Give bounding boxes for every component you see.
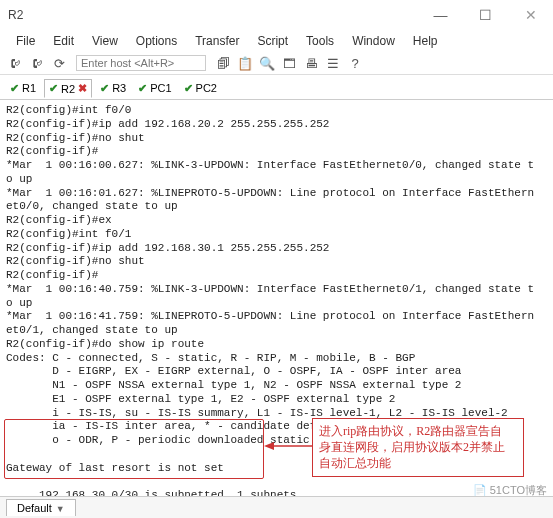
check-icon: ✔ bbox=[10, 82, 19, 95]
menu-view[interactable]: View bbox=[84, 32, 126, 50]
title-bar: R2 — ☐ ✕ bbox=[0, 0, 553, 30]
menu-bar: File Edit View Options Transfer Script T… bbox=[0, 30, 553, 52]
toolbar: 🕼 🕼 ⟳ 🗐 📋 🔍 🗔 🖶 ☰ ? bbox=[0, 52, 553, 75]
help-icon[interactable]: ? bbox=[346, 54, 364, 72]
close-tab-icon[interactable]: ✖ bbox=[78, 82, 87, 95]
close-button[interactable]: ✕ bbox=[508, 0, 553, 30]
tab-r3[interactable]: ✔R3 bbox=[96, 80, 130, 97]
tab-pc1[interactable]: ✔PC1 bbox=[134, 80, 175, 97]
settings-icon[interactable]: ☰ bbox=[324, 54, 342, 72]
connect-icon[interactable]: 🕼 bbox=[6, 54, 24, 72]
bottom-tab-default[interactable]: Default▼ bbox=[6, 499, 76, 516]
check-icon: ✔ bbox=[49, 82, 58, 95]
tab-label: PC2 bbox=[196, 82, 217, 94]
check-icon: ✔ bbox=[138, 82, 147, 95]
tab-label: R2 bbox=[61, 83, 75, 95]
dropdown-icon[interactable]: ▼ bbox=[56, 504, 65, 514]
reconnect-icon[interactable]: ⟳ bbox=[50, 54, 68, 72]
window-title: R2 bbox=[8, 8, 23, 22]
quick-connect-icon[interactable]: 🕼 bbox=[28, 54, 46, 72]
menu-window[interactable]: Window bbox=[344, 32, 403, 50]
check-icon: ✔ bbox=[100, 82, 109, 95]
bottom-tab-bar: Default▼ bbox=[0, 496, 553, 518]
session-tabs: ✔R1 ✔R2✖ ✔R3 ✔PC1 ✔PC2 bbox=[0, 75, 553, 100]
arrow-icon bbox=[264, 440, 314, 452]
menu-help[interactable]: Help bbox=[405, 32, 446, 50]
menu-tools[interactable]: Tools bbox=[298, 32, 342, 50]
menu-options[interactable]: Options bbox=[128, 32, 185, 50]
find-icon[interactable]: 🔍 bbox=[258, 54, 276, 72]
maximize-button[interactable]: ☐ bbox=[463, 0, 508, 30]
window-controls: — ☐ ✕ bbox=[418, 0, 553, 30]
menu-transfer[interactable]: Transfer bbox=[187, 32, 247, 50]
bottom-tab-label: Default bbox=[17, 502, 52, 514]
command-highlight-box bbox=[4, 419, 264, 479]
props-icon[interactable]: 🗔 bbox=[280, 54, 298, 72]
menu-file[interactable]: File bbox=[8, 32, 43, 50]
tab-r2[interactable]: ✔R2✖ bbox=[44, 79, 92, 98]
tab-label: PC1 bbox=[150, 82, 171, 94]
tab-pc2[interactable]: ✔PC2 bbox=[180, 80, 221, 97]
paste-icon[interactable]: 📋 bbox=[236, 54, 254, 72]
minimize-button[interactable]: — bbox=[418, 0, 463, 30]
annotation-box: 进入rip路由协议，R2路由器宣告自 身直连网段，启用协议版本2并禁止 自动汇总… bbox=[312, 418, 524, 477]
host-input[interactable] bbox=[76, 55, 206, 71]
tab-label: R3 bbox=[112, 82, 126, 94]
print-icon[interactable]: 🖶 bbox=[302, 54, 320, 72]
menu-script[interactable]: Script bbox=[249, 32, 296, 50]
tab-label: R1 bbox=[22, 82, 36, 94]
svg-marker-1 bbox=[264, 442, 274, 450]
tab-r1[interactable]: ✔R1 bbox=[6, 80, 40, 97]
menu-edit[interactable]: Edit bbox=[45, 32, 82, 50]
check-icon: ✔ bbox=[184, 82, 193, 95]
copy-icon[interactable]: 🗐 bbox=[214, 54, 232, 72]
